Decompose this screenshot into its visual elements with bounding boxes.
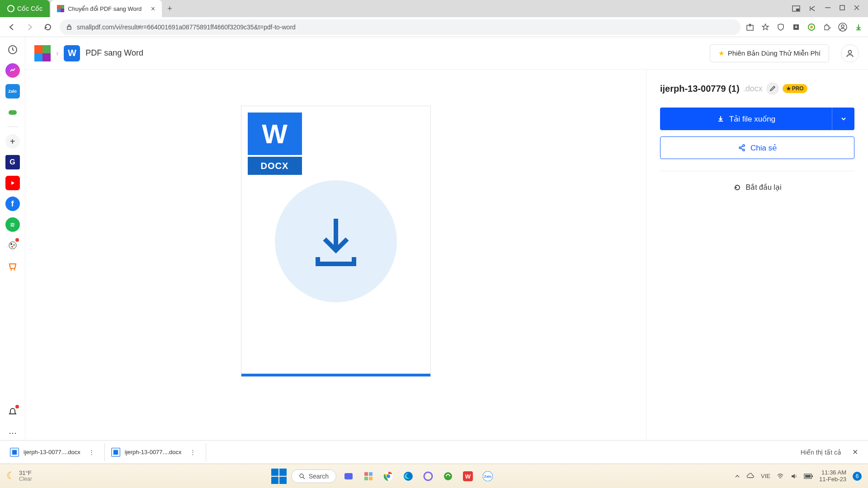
notifications-icon[interactable] bbox=[5, 405, 20, 419]
coccoc-taskbar-icon[interactable] bbox=[440, 469, 456, 484]
spotify-icon[interactable] bbox=[5, 217, 20, 232]
coccoc-tab-label: Cốc Cốc bbox=[17, 5, 42, 12]
svg-point-27 bbox=[849, 50, 852, 53]
svg-point-26 bbox=[14, 269, 15, 271]
download-arrow-icon[interactable] bbox=[854, 23, 863, 31]
download-item-menu-icon[interactable]: ⋮ bbox=[85, 449, 98, 455]
close-downloads-bar-icon[interactable]: ✕ bbox=[846, 448, 864, 456]
history-nav-icon[interactable] bbox=[808, 5, 816, 13]
download-filename: ijerph-13-0077....docx bbox=[125, 449, 182, 455]
new-tab-button[interactable]: + bbox=[167, 4, 172, 14]
free-trial-button[interactable]: ★ Phiên Bản Dùng Thử Miễn Phí bbox=[710, 44, 829, 62]
app-header: › W PDF sang Word ★ Phiên Bản Dùng Thử M… bbox=[25, 37, 868, 70]
download-item[interactable]: ijerph-13-0077....docx ⋮ bbox=[4, 443, 105, 461]
weather-icon: ☾ bbox=[6, 470, 15, 482]
widgets-icon[interactable] bbox=[361, 469, 376, 484]
bookmark-star-icon[interactable] bbox=[761, 23, 769, 31]
download-filename: ijerph-13-0077....docx bbox=[24, 449, 80, 455]
maximize-icon[interactable] bbox=[839, 5, 845, 13]
share-page-icon[interactable] bbox=[746, 23, 754, 31]
battery-icon[interactable] bbox=[804, 474, 813, 479]
svg-point-43 bbox=[387, 474, 390, 478]
zalo-taskbar-icon[interactable]: Zalo bbox=[480, 469, 495, 484]
download-button[interactable]: Tải file xuống bbox=[660, 108, 832, 130]
facebook-icon[interactable]: f bbox=[5, 197, 20, 211]
language-indicator[interactable]: VIE bbox=[761, 473, 770, 479]
download-options-button[interactable] bbox=[832, 108, 854, 130]
star-icon: ★ bbox=[718, 49, 724, 57]
downloads-icon[interactable] bbox=[792, 23, 800, 31]
svg-point-25 bbox=[10, 269, 12, 271]
restart-button[interactable]: Bắt đầu lại bbox=[660, 183, 854, 192]
profile-icon[interactable] bbox=[838, 23, 847, 32]
url-bar[interactable]: smallpdf.com/vi/result#r=664001691a08775… bbox=[60, 19, 741, 35]
window-controls bbox=[792, 5, 868, 13]
extensions-icon[interactable] bbox=[823, 23, 831, 31]
svg-line-36 bbox=[303, 477, 305, 479]
close-window-icon[interactable] bbox=[854, 5, 860, 13]
pip-icon[interactable] bbox=[792, 5, 800, 13]
svg-rect-33 bbox=[12, 450, 17, 455]
svg-rect-39 bbox=[369, 472, 373, 476]
account-button[interactable] bbox=[841, 44, 859, 62]
onedrive-icon[interactable] bbox=[746, 472, 755, 480]
volume-icon[interactable] bbox=[790, 473, 797, 480]
download-item-menu-icon[interactable]: ⋮ bbox=[186, 449, 199, 455]
smallpdf-logo-icon[interactable] bbox=[34, 45, 51, 61]
show-all-downloads[interactable]: Hiển thị tất cả bbox=[796, 449, 846, 456]
taskbar-search[interactable]: Search bbox=[291, 469, 336, 483]
share-label: Chia sẻ bbox=[750, 143, 777, 153]
close-tab-icon[interactable]: ✕ bbox=[151, 5, 156, 12]
svg-rect-37 bbox=[344, 473, 353, 479]
more-icon[interactable]: ⋯ bbox=[5, 426, 20, 440]
messenger-icon[interactable] bbox=[5, 63, 20, 78]
sports-icon[interactable] bbox=[5, 238, 20, 253]
svg-rect-53 bbox=[805, 475, 811, 478]
share-button[interactable]: Chia sẻ bbox=[660, 136, 854, 159]
pencil-icon bbox=[769, 85, 776, 92]
weather-widget[interactable]: ☾ 31°F Clear bbox=[6, 470, 32, 482]
svg-text:W: W bbox=[465, 473, 471, 480]
shopping-icon[interactable] bbox=[5, 259, 20, 273]
svg-text:Zalo: Zalo bbox=[484, 474, 492, 479]
edit-name-button[interactable] bbox=[766, 82, 779, 95]
reload-button[interactable] bbox=[42, 21, 54, 33]
forward-button[interactable] bbox=[24, 21, 36, 33]
edge-icon[interactable] bbox=[401, 469, 416, 484]
history-icon[interactable] bbox=[5, 42, 20, 57]
add-shortcut-icon[interactable]: + bbox=[5, 134, 20, 149]
start-button[interactable] bbox=[271, 469, 287, 484]
tray-chevron-icon[interactable] bbox=[735, 474, 740, 479]
zalo-icon[interactable]: Zalo bbox=[5, 84, 20, 99]
wifi-icon[interactable] bbox=[777, 473, 784, 480]
svg-point-18 bbox=[841, 25, 844, 28]
svg-point-45 bbox=[424, 472, 432, 480]
notification-count[interactable]: 6 bbox=[853, 472, 862, 481]
g-app-icon[interactable]: G bbox=[5, 155, 20, 169]
active-tab[interactable]: Chuyển đổi PDF sang Word ✕ bbox=[51, 0, 162, 17]
coccoc-ext-icon[interactable] bbox=[807, 23, 816, 31]
clock[interactable]: 11:36 AM 11-Feb-23 bbox=[819, 469, 846, 483]
shield-icon[interactable] bbox=[777, 23, 785, 31]
youtube-icon[interactable] bbox=[5, 176, 20, 190]
document-preview[interactable]: W DOCX bbox=[241, 106, 431, 377]
coccoc-tab[interactable]: Cốc Cốc bbox=[0, 0, 50, 17]
svg-rect-2 bbox=[61, 5, 64, 9]
svg-rect-9 bbox=[840, 5, 844, 10]
svg-point-21 bbox=[9, 242, 16, 249]
back-button[interactable] bbox=[5, 21, 18, 33]
chrome-icon[interactable] bbox=[381, 469, 396, 484]
gamepad-icon[interactable] bbox=[5, 105, 20, 119]
coccoc-logo-icon bbox=[7, 5, 14, 12]
download-graphic-icon bbox=[275, 180, 397, 302]
docx-file-icon bbox=[10, 448, 19, 457]
restart-label: Bắt đầu lại bbox=[746, 183, 782, 192]
download-item[interactable]: ijerph-13-0077....docx ⋮ bbox=[105, 443, 206, 461]
download-label: Tải file xuống bbox=[729, 114, 775, 124]
tool-badge-icon: W bbox=[64, 45, 80, 61]
browser-sidebar: Zalo + G f ⋯ bbox=[0, 37, 25, 440]
minimize-icon[interactable] bbox=[825, 5, 831, 13]
copilot-icon[interactable] bbox=[420, 469, 436, 484]
chat-app-icon[interactable] bbox=[341, 469, 356, 484]
wps-icon[interactable]: W bbox=[460, 469, 476, 484]
